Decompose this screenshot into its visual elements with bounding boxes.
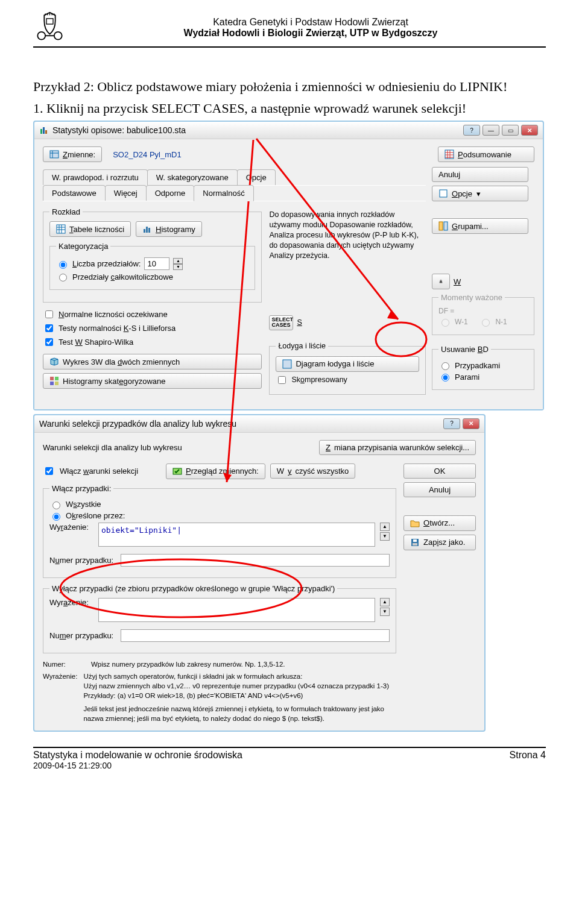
compressed-checkbox[interactable] [278, 376, 286, 384]
help-expr-label: Wyrażenie: [43, 671, 77, 723]
intervals-spinner[interactable]: ▲▼ [173, 258, 183, 270]
svg-rect-15 [55, 382, 59, 385]
cat-histograms-button[interactable]: Histogramy skategoryzowane [43, 373, 262, 389]
svg-rect-16 [283, 360, 291, 368]
groups-button[interactable]: Grupami... [432, 218, 528, 234]
instruction-step: 1. Kliknij na przycisk SELECT CASES, a n… [33, 99, 546, 118]
exclude-cases-group: Wyłącz przypadki (ze zbioru przypadków o… [43, 584, 396, 653]
titlebar: Statystyki opisowe: babulice100.sta ? — … [34, 122, 543, 139]
categorization-group: Kategoryzacja Liczba przedziałów: ▲▼ [49, 242, 255, 290]
tabs-row-1: W. prawdopod. i rozrzutu W. skategoryzow… [43, 169, 426, 186]
stem-leaf-group: Łodyga i liście Djagram łodyga i liście … [269, 341, 426, 395]
svg-rect-14 [50, 382, 54, 385]
dialog-title: Statystyki opisowe: babulice100.sta [52, 125, 461, 135]
weight-button[interactable] [432, 274, 450, 289]
help-num-text: Wpisz numery przypadków lub zakresy nume… [91, 659, 285, 669]
folder-open-icon [410, 518, 420, 528]
3d-icon [49, 357, 59, 366]
intervals-radio[interactable] [59, 261, 67, 269]
preview-icon [172, 467, 182, 476]
open-button[interactable]: Otwórz... [403, 515, 476, 531]
histograms-button[interactable]: Histogramy [136, 221, 202, 237]
change-assignment-button[interactable]: Zmiana przypisania warunków selekcji... [319, 440, 476, 455]
options-button[interactable]: Opcje ▾ [432, 186, 528, 201]
dialog-descriptive-stats: Statystyki opisowe: babulice100.sta ? — … [33, 121, 544, 410]
stem-diagram-button[interactable]: Djagram łodyga i liście [276, 356, 419, 372]
distribution-group: Rozkład Tabele liczności Histogramy [43, 207, 262, 303]
tab-prob-scatter[interactable]: W. prawdopod. i rozrzutu [43, 169, 148, 185]
clear-all-button[interactable]: Wyczyść wszystko [270, 464, 356, 479]
header-faculty: Wydział Hodowli i Biologii Zwierząt, UTP… [75, 28, 546, 39]
select-cases-button[interactable]: SELECTCASES [269, 315, 293, 330]
df-w1-radio [441, 319, 449, 327]
svg-rect-4 [43, 127, 45, 134]
stem-icon [282, 359, 292, 369]
categorization-legend: Kategoryzacja [56, 242, 110, 251]
ks-test-checkbox[interactable] [45, 324, 53, 332]
sw-test-checkbox[interactable] [45, 338, 53, 346]
weighted-moments-group: Momenty ważone DF = W-1 N-1 [432, 293, 534, 335]
df-n1-radio [482, 319, 490, 327]
tab-basic[interactable]: Podstawowe [43, 185, 106, 201]
variables-button[interactable]: Zmienne: [43, 146, 102, 162]
intervals-input[interactable] [144, 257, 169, 270]
tab-options[interactable]: Opcje [237, 169, 276, 185]
ok-button[interactable]: OK [403, 464, 476, 479]
footer-page: Strona 4 [510, 750, 546, 770]
svg-rect-13 [55, 377, 59, 380]
titlebar-2: Warunki selekcji przypadków dla analizy … [34, 415, 484, 433]
help-button-2[interactable]: ? [443, 418, 460, 429]
exclude-expression-input[interactable] [98, 598, 375, 622]
stem-leaf-legend: Łodyga i liście [276, 341, 328, 351]
preview-vars-button[interactable]: Przegląd zmiennych: [166, 464, 265, 479]
summary-button[interactable]: Podsumowanie [438, 146, 534, 162]
3d-plot-button[interactable]: Wykres 3W dla dwóch zmiennych [43, 354, 262, 369]
freq-tables-button[interactable]: Tabele liczności [49, 221, 131, 237]
svg-rect-18 [439, 222, 443, 230]
close-button-2[interactable]: ✕ [463, 418, 479, 429]
restore-button[interactable]: ▭ [502, 125, 519, 136]
svg-point-1 [37, 32, 45, 40]
dialog-case-selection: Warunki selekcji przypadków dla analizy … [33, 414, 486, 732]
expr-scroll[interactable]: ▲▼ [380, 523, 390, 541]
bd-cases-radio[interactable] [441, 362, 449, 370]
dialog2-subtitle: Warunki selekcji dla analizy lub wykresu [43, 443, 182, 452]
include-all-radio[interactable] [52, 501, 60, 509]
svg-rect-5 [45, 130, 47, 134]
help-expr-2: Użyj nazw zmiennych albo v1,v2… v0 repre… [83, 681, 396, 691]
svg-rect-6 [50, 151, 59, 158]
svg-rect-17 [440, 190, 447, 197]
help-expr-4: Jeśli tekst jest jednocześnie nazwą któr… [83, 704, 396, 723]
groups-icon [438, 221, 448, 231]
include-specific-radio[interactable] [52, 513, 60, 521]
include-casenum-input[interactable] [121, 554, 390, 567]
expr-scroll-2[interactable]: ▲▼ [380, 598, 390, 616]
svg-rect-8 [57, 225, 65, 233]
university-logo [33, 11, 66, 44]
tab-categorized[interactable]: W. skategoryzowane [147, 169, 238, 185]
expected-freq-checkbox[interactable] [45, 310, 53, 318]
distribution-legend: Rozkład [49, 207, 83, 216]
close-button[interactable]: ✕ [521, 125, 538, 136]
tab-robust[interactable]: Odporne [146, 185, 195, 201]
tab-normality[interactable]: Normalność [194, 185, 253, 201]
exclude-casenum-input[interactable] [121, 629, 390, 642]
svg-rect-9 [144, 229, 145, 233]
select-cases-s: S [297, 318, 302, 328]
vars-value: SO2_D24 Pyl_mD1 [113, 150, 181, 159]
df-label: DF = [438, 307, 454, 315]
help-button[interactable]: ? [463, 125, 480, 136]
enable-selection-checkbox[interactable] [45, 467, 53, 475]
save-as-button[interactable]: Zapisz jako. [403, 535, 476, 550]
help-expr-3: Przykłady: (a) v1=0 OR wiek>18, (b) płeć… [83, 691, 396, 700]
svg-rect-3 [40, 129, 42, 134]
cancel-button-2[interactable]: Anuluj [403, 482, 476, 497]
cancel-button[interactable]: Anuluj [432, 167, 528, 182]
help-expr-1: Użyj tych samych operatorów, funkcji i s… [83, 671, 396, 681]
bd-pairs-radio[interactable] [441, 374, 449, 382]
integer-intervals-radio[interactable] [59, 274, 67, 281]
include-expression-input[interactable]: obiekt="Lipniki"| [98, 523, 375, 547]
minimize-button[interactable]: — [482, 125, 499, 136]
tab-more[interactable]: Więcej [105, 185, 147, 201]
info-text: Do dopasowywania innych rozkładów używam… [269, 210, 426, 260]
